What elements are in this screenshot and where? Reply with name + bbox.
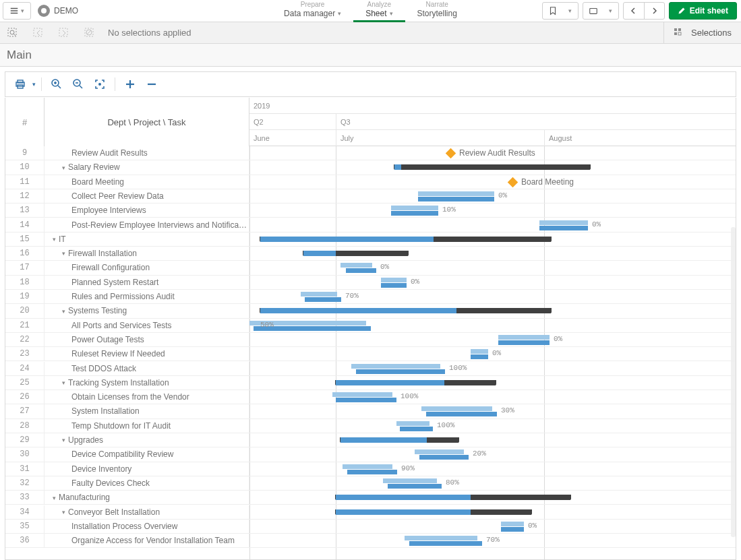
task-cell[interactable]: Firewall Configuration <box>45 261 249 274</box>
gantt-row[interactable]: 14Post-Review Employee Interviews and No… <box>5 218 736 232</box>
gantt-row[interactable]: 16▾Firewall Installation <box>5 247 736 261</box>
task-cell[interactable]: ▾Conveyor Belt Installation <box>45 505 249 519</box>
gantt-row[interactable]: 33▾Manufacturing <box>5 491 736 505</box>
gantt-row[interactable]: 32Faulty Devices Check80% <box>5 476 736 491</box>
expand-toggle-icon[interactable]: ▾ <box>53 232 56 246</box>
task-bar-planned[interactable] <box>351 364 440 369</box>
task-cell[interactable]: ▾Tracking System Installation <box>45 376 249 390</box>
task-bar-planned[interactable] <box>396 421 429 426</box>
task-bar-planned[interactable] <box>391 206 438 210</box>
gantt-row[interactable]: 19Rules and Permissions Audit70% <box>5 290 736 304</box>
task-bar-planned[interactable] <box>301 292 337 297</box>
zoom-in-button[interactable] <box>47 75 66 94</box>
task-cell[interactable]: Organize Access for Vendor Installation … <box>45 534 249 547</box>
chevron-down-icon[interactable]: ▾ <box>32 81 36 88</box>
task-bar-planned[interactable] <box>501 522 524 526</box>
timeline-cell[interactable]: 0% <box>249 218 736 232</box>
timeline-cell[interactable] <box>249 491 736 504</box>
task-bar-actual[interactable] <box>336 398 396 402</box>
task-cell[interactable]: ▾Salary Review <box>45 160 249 174</box>
collapse-all-button[interactable] <box>142 75 161 94</box>
expand-toggle-icon[interactable]: ▾ <box>62 247 65 260</box>
timeline-cell[interactable] <box>249 247 736 260</box>
milestone-diamond[interactable] <box>508 177 518 187</box>
task-cell[interactable]: Post-Review Employee Interviews and Noti… <box>45 218 249 232</box>
zoom-fit-button[interactable] <box>90 75 109 94</box>
timeline-cell[interactable]: 0% <box>249 520 736 533</box>
timeline-cell[interactable]: 50% <box>249 319 736 332</box>
task-bar-actual[interactable] <box>356 369 445 374</box>
timeline-cell[interactable]: 20% <box>249 447 736 461</box>
task-bar-actual[interactable] <box>305 297 341 302</box>
task-bar-planned[interactable] <box>418 191 494 196</box>
task-bar-planned[interactable] <box>340 263 372 268</box>
timeline-cell[interactable]: 0% <box>249 261 736 274</box>
gantt-row[interactable]: 20▾Systems Testing <box>5 304 736 318</box>
summary-bar[interactable] <box>336 380 496 385</box>
timeline-cell[interactable]: 30% <box>249 404 736 418</box>
task-cell[interactable]: ▾Upgrades <box>45 433 249 447</box>
task-cell[interactable]: Ruleset Review If Needed <box>45 347 249 361</box>
summary-bar[interactable] <box>260 237 551 242</box>
timeline-cell[interactable]: 0% <box>249 347 736 361</box>
task-cell[interactable]: Rules and Permissions Audit <box>45 290 249 303</box>
menu-button[interactable]: ▾ <box>3 2 31 20</box>
timeline-cell[interactable] <box>249 376 736 390</box>
timeline-cell[interactable] <box>249 232 736 246</box>
step-back-button[interactable] <box>26 27 51 39</box>
task-bar-actual[interactable] <box>539 226 588 230</box>
gantt-row[interactable]: 17Firewall Configuration0% <box>5 261 736 275</box>
gantt-row[interactable]: 10▾Salary Review <box>5 160 736 175</box>
task-bar-actual[interactable] <box>498 340 550 345</box>
gantt-row[interactable]: 34▾Conveyor Belt Installation <box>5 505 736 520</box>
summary-bar[interactable] <box>340 437 458 443</box>
task-cell[interactable]: Faulty Devices Check <box>45 476 249 490</box>
timeline-cell[interactable] <box>249 433 736 447</box>
gantt-row[interactable]: 30Device Compatibility Review20% <box>5 447 736 462</box>
task-cell[interactable]: Temp Shutdown for IT Audit <box>45 419 249 433</box>
task-bar-actual[interactable] <box>471 354 488 359</box>
gantt-row[interactable]: 21All Ports and Services Tests50% <box>5 319 736 333</box>
task-cell[interactable]: Review Audit Results <box>45 146 249 160</box>
timeline-cell[interactable] <box>249 505 736 519</box>
zoom-out-button[interactable] <box>69 75 88 94</box>
summary-bar[interactable] <box>336 495 570 500</box>
task-bar-actual[interactable] <box>400 427 433 431</box>
task-bar-actual[interactable] <box>381 283 407 288</box>
task-cell[interactable]: Power Outage Tests <box>45 333 249 346</box>
expand-toggle-icon[interactable]: ▾ <box>62 433 65 447</box>
gantt-row[interactable]: 36Organize Access for Vendor Installatio… <box>5 534 736 548</box>
bookmark-button[interactable]: ▾ <box>542 2 579 20</box>
task-bar-actual[interactable] <box>347 470 397 474</box>
gantt-row[interactable]: 22Power Outage Tests0% <box>5 333 736 347</box>
gantt-row[interactable]: 24Test DDOS Attack100% <box>5 362 736 376</box>
task-cell[interactable]: Collect Peer Review Data <box>45 189 249 203</box>
task-cell[interactable]: Installation Process Overview <box>45 520 249 533</box>
gantt-row[interactable]: 23Ruleset Review If Needed0% <box>5 347 736 361</box>
timeline-cell[interactable]: 100% <box>249 390 736 404</box>
expand-toggle-icon[interactable]: ▾ <box>53 491 56 505</box>
timeline-cell[interactable] <box>249 304 736 317</box>
task-cell[interactable]: ▾Manufacturing <box>45 491 249 504</box>
task-bar-planned[interactable] <box>421 406 492 411</box>
sheets-button[interactable]: ▾ <box>583 2 619 20</box>
task-cell[interactable]: All Ports and Services Tests <box>45 319 249 332</box>
task-bar-actual[interactable] <box>501 527 524 532</box>
gantt-row[interactable]: 28Temp Shutdown for IT Audit100% <box>5 419 736 433</box>
task-cell[interactable]: ▾Firewall Installation <box>45 247 249 260</box>
timeline-cell[interactable]: 0% <box>249 276 736 289</box>
expand-all-button[interactable] <box>121 75 140 94</box>
gantt-row[interactable]: 11Board MeetingBoard Meeting <box>5 175 736 189</box>
timeline-cell[interactable]: 10% <box>249 204 736 217</box>
timeline-cell[interactable]: 70% <box>249 534 736 547</box>
edit-sheet-button[interactable]: Edit sheet <box>669 2 737 20</box>
timeline-cell[interactable]: 0% <box>249 189 736 203</box>
timeline-cell[interactable]: Board Meeting <box>249 175 736 189</box>
task-cell[interactable]: ▾IT <box>45 232 249 246</box>
clear-selections-button[interactable] <box>77 27 102 39</box>
prev-sheet-button[interactable] <box>624 3 644 19</box>
task-cell[interactable]: Test DDOS Attack <box>45 362 249 375</box>
expand-toggle-icon[interactable]: ▾ <box>62 505 65 519</box>
summary-bar[interactable] <box>260 308 551 313</box>
task-bar-planned[interactable] <box>332 392 392 397</box>
